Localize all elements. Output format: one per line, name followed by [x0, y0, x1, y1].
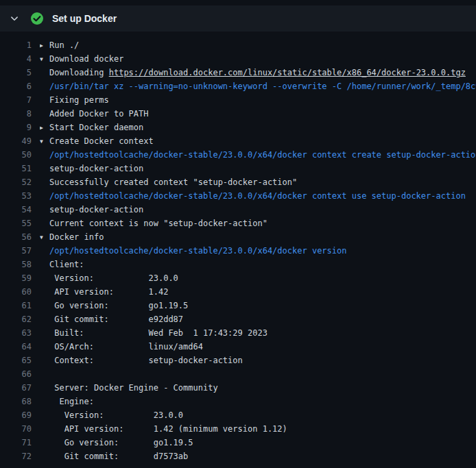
line-number[interactable]: 5	[0, 66, 32, 79]
line-number[interactable]: 52	[0, 175, 32, 189]
log-command-text: /opt/hostedtoolcache/docker-stable/23.0.…	[49, 191, 466, 201]
log-line: 69 Version: 23.0.0	[0, 408, 476, 422]
line-number[interactable]: 63	[0, 326, 32, 340]
log-span: Downloading	[49, 68, 109, 77]
log-span: Version: 23.0.0	[49, 410, 183, 420]
log-span: Fixing perms	[49, 95, 109, 105]
line-number[interactable]: 6	[0, 79, 32, 93]
line-number[interactable]: 68	[0, 395, 32, 408]
log-text: /opt/hostedtoolcache/docker-stable/23.0.…	[40, 148, 476, 162]
log-span: Built: Wed Feb 1 17:43:29 2023	[49, 328, 267, 338]
line-number[interactable]: 1	[0, 38, 32, 52]
line-number[interactable]: 70	[0, 422, 32, 436]
log-span: Run ./	[49, 40, 79, 50]
log-text: setup-docker-action	[40, 203, 143, 217]
log-span: OS/Arch: linux/amd64	[49, 342, 203, 352]
line-number[interactable]: 66	[0, 367, 32, 381]
log-text: Successfully created context "setup-dock…	[40, 175, 297, 189]
log-group-label[interactable]: ▼Docker info	[40, 230, 104, 244]
log-text: Version: 23.0.0	[40, 271, 178, 285]
log-text: Git commit: d7573ab	[40, 449, 188, 463]
line-number[interactable]: 69	[0, 408, 32, 422]
line-number[interactable]: 60	[0, 285, 32, 299]
log-text: Go version: go1.19.5	[40, 299, 188, 312]
log-line: 71 Go version: go1.19.5	[0, 436, 476, 449]
log-line[interactable]: 4▼Download docker	[0, 52, 476, 66]
line-number[interactable]: 8	[0, 107, 32, 121]
log-text: Server: Docker Engine - Community	[40, 381, 218, 395]
log-text: /opt/hostedtoolcache/docker-stable/23.0.…	[40, 189, 466, 203]
log-text: Version: 23.0.0	[40, 408, 183, 422]
group-expanded-icon[interactable]: ▼	[40, 231, 49, 244]
log-group-label[interactable]: ▼Download docker	[40, 52, 123, 66]
log-text: setup-docker-action	[40, 162, 143, 175]
chevron-down-icon[interactable]	[9, 13, 20, 24]
log-span: Create Docker context	[49, 136, 154, 146]
line-number[interactable]: 57	[0, 244, 32, 258]
group-collapsed-icon[interactable]: ▶	[40, 39, 49, 52]
line-number[interactable]: 61	[0, 299, 32, 312]
log-text: Downloading https://download.docker.com/…	[40, 66, 466, 79]
log-span: setup-docker-action	[49, 205, 143, 214]
log-line[interactable]: 9▶Start Docker daemon	[0, 121, 476, 134]
line-number[interactable]: 54	[0, 203, 32, 217]
log-text: Git commit: e92dd87	[40, 312, 183, 326]
log-span: Server: Docker Engine - Community	[49, 383, 218, 393]
log-command-text: /opt/hostedtoolcache/docker-stable/23.0.…	[49, 150, 476, 160]
line-number[interactable]: 49	[0, 134, 32, 148]
log-line: 55Current context is now "setup-docker-a…	[0, 217, 476, 230]
log-line: 51setup-docker-action	[0, 162, 476, 175]
group-collapsed-icon[interactable]: ▶	[40, 121, 49, 134]
group-expanded-icon[interactable]: ▼	[40, 135, 49, 148]
log-line[interactable]: 49▼Create Docker context	[0, 134, 476, 148]
log-span: Client:	[49, 260, 84, 269]
log-line: 59 Version: 23.0.0	[0, 271, 476, 285]
line-number[interactable]: 50	[0, 148, 32, 162]
line-number[interactable]: 72	[0, 449, 32, 463]
log-text: API version: 1.42 (minimum version 1.12)	[40, 422, 287, 436]
log-group-label[interactable]: ▼Create Docker context	[40, 134, 154, 148]
log-line: 67 Server: Docker Engine - Community	[0, 381, 476, 395]
log-span: Download docker	[49, 54, 123, 64]
log-group-label[interactable]: ▶Start Docker daemon	[40, 121, 143, 134]
log-line: 58Client:	[0, 258, 476, 271]
log-span: API version: 1.42	[49, 287, 168, 297]
log-span: Git commit: e92dd87	[49, 315, 183, 324]
log-group-label[interactable]: ▶Run ./	[40, 38, 79, 52]
line-number[interactable]: 71	[0, 436, 32, 449]
line-number[interactable]: 67	[0, 381, 32, 395]
line-number[interactable]: 58	[0, 258, 32, 271]
log-text: OS/Arch: linux/amd64	[40, 340, 203, 354]
log-line[interactable]: 1▶Run ./	[0, 38, 476, 52]
log-line: 6/usr/bin/tar xz --warning=no-unknown-ke…	[0, 79, 476, 93]
log-line[interactable]: 56▼Docker info	[0, 230, 476, 244]
line-number[interactable]: 64	[0, 340, 32, 354]
log-line: 5Downloading https://download.docker.com…	[0, 66, 476, 79]
log-link[interactable]: https://download.docker.com/linux/static…	[109, 68, 466, 77]
log-span: Added Docker to PATH	[49, 109, 149, 119]
line-number[interactable]: 65	[0, 354, 32, 367]
step-header[interactable]: Set up Docker	[0, 5, 476, 32]
line-number[interactable]: 56	[0, 230, 32, 244]
log-line: 61 Go version: go1.19.5	[0, 299, 476, 312]
line-number[interactable]: 7	[0, 93, 32, 107]
log-line: 63 Built: Wed Feb 1 17:43:29 2023	[0, 326, 476, 340]
line-number[interactable]: 59	[0, 271, 32, 285]
line-number[interactable]: 51	[0, 162, 32, 175]
line-number[interactable]: 53	[0, 189, 32, 203]
log-line: 52Successfully created context "setup-do…	[0, 175, 476, 189]
log-line: 72 Git commit: d7573ab	[0, 449, 476, 463]
log-span: Docker info	[49, 232, 104, 242]
group-expanded-icon[interactable]: ▼	[40, 53, 49, 66]
log-line: 68 Engine:	[0, 395, 476, 408]
log-line: 65 Context: setup-docker-action	[0, 354, 476, 367]
line-number[interactable]: 4	[0, 52, 32, 66]
log-line: 60 API version: 1.42	[0, 285, 476, 299]
log-text: Fixing perms	[40, 93, 109, 107]
log-span: Context: setup-docker-action	[49, 356, 243, 365]
log-container: 1▶Run ./4▼Download docker5Downloading ht…	[0, 32, 476, 463]
log-line: 57/opt/hostedtoolcache/docker-stable/23.…	[0, 244, 476, 258]
line-number[interactable]: 9	[0, 121, 32, 134]
line-number[interactable]: 55	[0, 217, 32, 230]
line-number[interactable]: 62	[0, 312, 32, 326]
